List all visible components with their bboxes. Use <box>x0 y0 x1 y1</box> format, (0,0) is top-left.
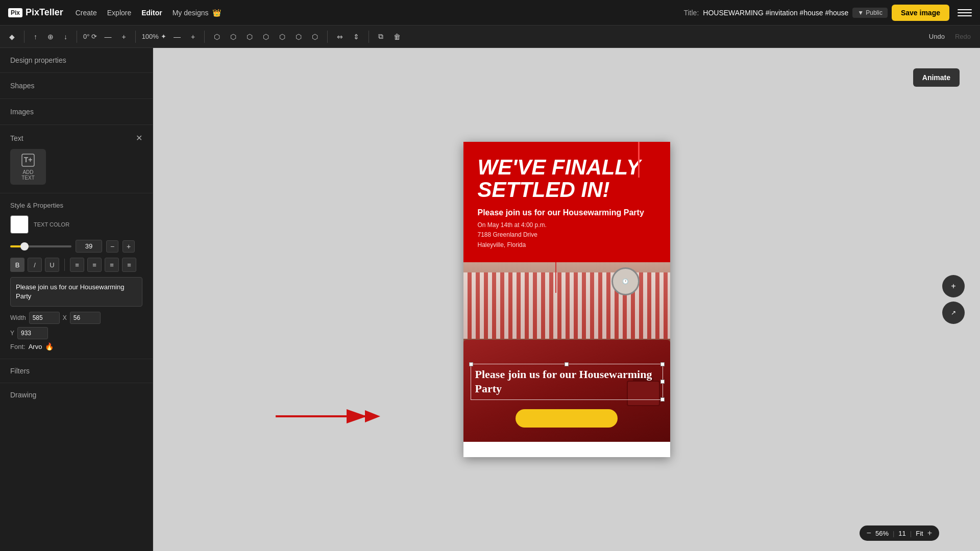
left-panel: Design properties Shapes Images Text ✕ T… <box>0 48 153 551</box>
svg-text:T+: T+ <box>24 156 33 164</box>
arrange-icon[interactable]: ⊕ <box>44 31 57 43</box>
drawing-label[interactable]: Drawing <box>10 391 36 399</box>
layer-icon[interactable]: ◆ <box>6 31 18 43</box>
arrow-annotation <box>265 386 383 449</box>
redo-button[interactable]: Redo <box>952 31 974 42</box>
align-middle-icon[interactable]: ⬡ <box>276 31 288 43</box>
shapes-section: Shapes <box>0 73 153 99</box>
move-down-icon[interactable]: ↓ <box>61 31 70 43</box>
nav-explore[interactable]: Explore <box>107 9 131 17</box>
text-section: Text ✕ T+ ADD TEXT <box>0 125 153 193</box>
nav-my-designs[interactable]: My designs 👑 <box>173 9 222 17</box>
title-value[interactable]: HOUSEWARMING #invitation #house #house <box>703 9 848 17</box>
images-label[interactable]: Images <box>10 108 34 116</box>
align-center-icon[interactable]: ⬡ <box>227 31 239 43</box>
align-right-text-button[interactable]: ≡ <box>105 258 119 272</box>
canvas-area[interactable]: Animate WE'VE FINALLY SETTLED IN! Please… <box>153 48 980 551</box>
text-color-label: TEXT COLOR <box>34 221 69 228</box>
zoom-separator: | <box>893 530 894 537</box>
font-value[interactable]: Arvo <box>29 343 42 350</box>
rotate-minus-icon[interactable]: — <box>101 31 114 43</box>
handle-top-center[interactable] <box>565 362 569 366</box>
flip-v-icon[interactable]: ⇕ <box>350 31 362 43</box>
zoom-out-button[interactable]: − <box>867 529 871 538</box>
card-detail-1: On May 14th at 4:00 p.m. <box>478 220 656 230</box>
logo[interactable]: Pix PixTeller <box>8 7 63 18</box>
filters-label[interactable]: Filters <box>10 367 30 375</box>
selected-text-element[interactable]: Please join us for our Housewarming Part… <box>471 364 663 400</box>
design-properties-label: Design properties <box>10 56 66 64</box>
x-item: X <box>63 312 101 324</box>
canvas-right-actions: + ↗ <box>942 275 965 324</box>
hamburger-menu-icon[interactable] <box>958 6 972 20</box>
wall-clock: 🕐 <box>611 267 640 295</box>
duplicate-icon[interactable]: ⧉ <box>375 30 386 43</box>
align-bottom-icon[interactable]: ⬡ <box>292 31 305 43</box>
zoom-in-toolbar-icon[interactable]: + <box>188 31 198 43</box>
nav-editor[interactable]: Editor <box>141 9 162 17</box>
toolbar-separator-1 <box>24 31 24 43</box>
public-badge[interactable]: ▼ Public <box>852 8 888 18</box>
align-center-text-button[interactable]: ≡ <box>87 258 102 272</box>
nav-create[interactable]: Create <box>76 9 97 17</box>
text-color-row: TEXT COLOR <box>10 215 142 234</box>
handle-middle-right[interactable] <box>660 380 665 384</box>
font-label: Font: <box>10 343 26 350</box>
bold-button[interactable]: B <box>10 258 24 272</box>
align-left-text-button[interactable]: ≡ <box>70 258 84 272</box>
align-left-icon[interactable]: ⬡ <box>211 31 223 43</box>
card-cta-button[interactable] <box>516 409 618 428</box>
fit-label[interactable]: Fit <box>916 530 923 537</box>
font-size-slider-row: − + <box>10 240 142 253</box>
canvas-action-2-button[interactable]: ↗ <box>942 302 965 324</box>
style-properties-label: Style & Properties <box>10 202 142 209</box>
italic-button[interactable]: / <box>28 258 42 272</box>
y-row: Y <box>10 327 142 339</box>
delete-icon[interactable]: 🗑 <box>390 31 404 43</box>
lamp-cord <box>555 262 556 293</box>
filters-section: Filters <box>0 359 153 383</box>
x-input[interactable] <box>70 312 101 324</box>
toolbar-separator-3 <box>135 31 136 43</box>
rotate-plus-icon[interactable]: + <box>118 31 129 43</box>
handle-top-left[interactable] <box>469 362 473 366</box>
font-size-input[interactable] <box>76 240 102 253</box>
font-size-decrease-button[interactable]: − <box>106 240 118 253</box>
font-size-increase-button[interactable]: + <box>122 240 135 253</box>
bedroom-background: 🕐 Please <box>463 262 670 442</box>
close-text-icon[interactable]: ✕ <box>136 133 142 143</box>
y-label: Y <box>10 330 14 337</box>
card-details: On May 14th at 4:00 p.m. 7188 Greenland … <box>478 220 656 250</box>
flip-h-icon[interactable]: ⇔ <box>334 31 346 43</box>
width-input[interactable] <box>29 312 60 324</box>
shapes-label[interactable]: Shapes <box>10 82 34 90</box>
move-up-icon[interactable]: ↑ <box>31 31 40 43</box>
underline-button[interactable]: U <box>45 258 59 272</box>
canvas-add-button[interactable]: + <box>942 275 965 297</box>
red-vertical-line <box>638 142 640 178</box>
handle-bottom-right[interactable] <box>660 397 665 402</box>
text-format-row: B / U ≡ ≡ ≡ ≡ <box>10 258 142 272</box>
rotation-input: 0° ⟳ <box>83 33 97 40</box>
y-input[interactable] <box>17 327 48 339</box>
add-text-button[interactable]: T+ ADD TEXT <box>10 149 46 185</box>
save-image-button[interactable]: Save image <box>892 5 949 21</box>
drawing-section: Drawing <box>0 383 153 407</box>
card-subtitle: Please join us for our Housewarming Part… <box>478 208 656 217</box>
align-top-icon[interactable]: ⬡ <box>260 31 272 43</box>
font-size-slider[interactable] <box>10 245 71 247</box>
zoom-out-toolbar-icon[interactable]: — <box>170 31 184 43</box>
card-detail-3: Haleyville, Florida <box>478 240 656 250</box>
title-label: Title: <box>683 9 699 17</box>
undo-button[interactable]: Undo <box>926 31 948 42</box>
handle-top-right[interactable] <box>660 362 665 366</box>
align-justify-text-button[interactable]: ≡ <box>122 258 136 272</box>
text-color-swatch[interactable] <box>10 215 29 234</box>
distribute-icon[interactable]: ⬡ <box>309 31 321 43</box>
zoom-in-button[interactable]: + <box>927 529 932 538</box>
animate-button[interactable]: Animate <box>913 68 960 87</box>
toolbar-separator-4 <box>204 31 205 43</box>
svg-marker-3 <box>365 410 380 422</box>
design-card: WE'VE FINALLY SETTLED IN! Please join us… <box>463 142 670 457</box>
align-right-icon[interactable]: ⬡ <box>243 31 256 43</box>
